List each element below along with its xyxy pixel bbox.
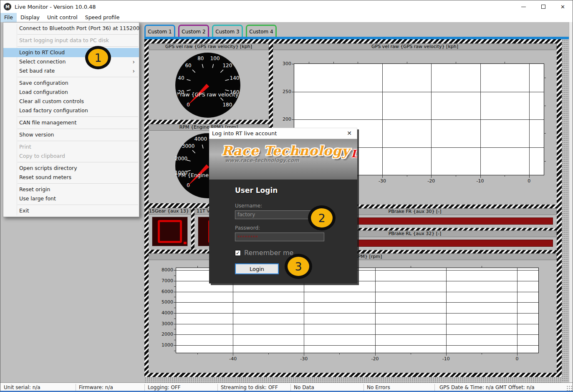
- dialog-close-button[interactable]: ✕: [344, 128, 354, 139]
- gear-display-title: 15Gear {aux 13} [-]: [149, 208, 191, 215]
- step-badge-3: 3: [285, 254, 312, 279]
- file-menu-item-open-scripts-directory[interactable]: Open scripts directory: [3, 164, 139, 173]
- status-divider: [217, 384, 218, 391]
- svg-text:80: 80: [197, 56, 204, 61]
- file-menu-item-reset-sound-meters[interactable]: Reset sound meters: [3, 173, 139, 182]
- svg-text:180: 180: [222, 102, 232, 108]
- file-menu-item-load-factory-configuration[interactable]: Load factory configuration: [3, 106, 139, 115]
- brand-url: www.race-technology.com: [225, 157, 357, 163]
- svg-text:140: 140: [230, 75, 240, 81]
- status-cell-3: Streaming to disk: OFF: [221, 384, 278, 390]
- file-menu-item-login-to-rt-cloud[interactable]: Login to RT Cloud: [3, 48, 139, 57]
- menubar-item-speed-profile[interactable]: Speed profile: [81, 13, 124, 22]
- password-input[interactable]: ********: [235, 233, 324, 241]
- menu-separator: [18, 116, 138, 117]
- menu-separator: [18, 34, 138, 35]
- y-tick-label: 300: [275, 61, 291, 66]
- menubar-item-file[interactable]: File: [0, 13, 17, 22]
- dither-strip-right: [562, 39, 569, 382]
- status-divider: [434, 384, 435, 391]
- resize-grip[interactable]: [567, 386, 573, 392]
- gps-gauge-title: GPS vel raw {GPS raw velocity} [kph]: [149, 43, 269, 50]
- file-menu-item-show-version[interactable]: Show version: [3, 130, 139, 139]
- menu-separator: [18, 46, 138, 47]
- username-label: Username:: [235, 203, 357, 209]
- password-label: Password:: [235, 225, 357, 231]
- status-cell-2: Logging: OFF: [148, 384, 181, 390]
- menu-separator: [18, 77, 138, 77]
- status-divider: [290, 384, 291, 391]
- x-tick-label: -40: [223, 356, 243, 362]
- file-menu-item-reset-origin[interactable]: Reset origin: [3, 185, 139, 194]
- status-cell-1: Firmware: n/a: [79, 384, 113, 390]
- dither-strip-bottom: [144, 377, 562, 382]
- submenu-arrow-icon: ›: [132, 57, 135, 66]
- status-divider: [144, 384, 145, 391]
- menu-separator: [18, 129, 138, 129]
- file-menu-item-clear-all-custom-controls[interactable]: Clear all custom controls: [3, 97, 139, 106]
- x-tick-label: -10: [470, 178, 490, 184]
- minimize-icon: [521, 7, 526, 7]
- y-tick-label: 250: [275, 89, 291, 94]
- file-menu-item-start-logging-input-data-to-pc-disk[interactable]: Start logging input data to PC disk: [3, 36, 139, 45]
- y-tick-label: 5000: [157, 299, 173, 305]
- login-dialog: Log into RT live account ✕ Race Technolo…: [209, 128, 357, 283]
- x-tick-label: -30: [372, 178, 392, 184]
- maximize-button[interactable]: [533, 0, 553, 13]
- file-menu-item-connect-to-bluetooth-port-port-36-at-115200[interactable]: Connect to Bluetooth Port (Port 36) at 1…: [3, 24, 139, 33]
- file-menu-item-print[interactable]: Print: [3, 142, 139, 152]
- status-divider: [76, 384, 76, 391]
- x-tick-label: -20: [421, 178, 441, 184]
- segment-digit-zero: [158, 220, 182, 243]
- svg-text:120: 120: [222, 63, 232, 68]
- svg-text:100: 100: [210, 56, 220, 61]
- menubar-item-display[interactable]: Display: [17, 13, 43, 22]
- y-tick-label: 8000: [157, 267, 173, 273]
- dialog-title-bar[interactable]: Log into RT live account ✕: [209, 128, 357, 139]
- svg-text:2000: 2000: [175, 156, 188, 162]
- dialog-logo-header: Race TechnologyLive www.race-technology.…: [209, 139, 357, 180]
- file-menu-item-use-large-font[interactable]: Use large font: [3, 194, 139, 203]
- status-cell-4: No Data: [294, 384, 314, 390]
- file-menu-item-save-configuration[interactable]: Save configuration: [3, 78, 139, 88]
- menu-separator: [18, 162, 138, 162]
- file-menu-item-copy-to-clipboard[interactable]: Copy to clipboard: [3, 152, 139, 161]
- tab-custom-2[interactable]: Custom 2: [178, 25, 209, 37]
- svg-text:40: 40: [178, 75, 184, 81]
- file-menu-item-select-connection[interactable]: Select connection›: [3, 57, 139, 66]
- menubar-item-unit-control[interactable]: Unit control: [43, 13, 81, 22]
- x-tick-label: -30: [294, 356, 314, 362]
- status-cell-0: Unit serial: n/a: [4, 384, 40, 390]
- gps-gauge-panel: GPS vel raw {GPS raw velocity} [kph] 020…: [149, 43, 269, 120]
- gps-gauge[interactable]: 020406080100120140160180GPS vel raw {GPS…: [149, 50, 269, 120]
- file-menu-item-load-configuration[interactable]: Load configuration: [3, 88, 139, 97]
- close-button[interactable]: ✕: [553, 0, 573, 13]
- file-menu: Connect to Bluetooth Port (Port 36) at 1…: [3, 22, 139, 217]
- status-bar: Unit serial: n/aFirmware: n/aLogging: OF…: [0, 382, 573, 392]
- gps-chart-title: GPS vel raw {GPS raw velocity} [kph]: [273, 43, 557, 50]
- remember-me-checkbox[interactable]: ✓: [235, 250, 241, 256]
- tab-custom-1[interactable]: Custom 1: [144, 25, 175, 37]
- menu-separator: [18, 205, 138, 205]
- close-icon: ✕: [560, 4, 565, 10]
- file-menu-item-set-baud-rate[interactable]: Set baud rate›: [3, 66, 139, 76]
- menu-separator: [18, 183, 138, 184]
- svg-text:3000: 3000: [182, 143, 195, 149]
- login-button[interactable]: Login: [235, 263, 279, 274]
- tab-custom-3[interactable]: Custom 3: [212, 25, 243, 37]
- file-menu-item-can-file-management[interactable]: CAN file management: [3, 118, 139, 127]
- y-tick-label: 7000: [157, 278, 173, 283]
- app-window: M Live Monitor - Version 10.0.48 ✕ FileD…: [0, 0, 573, 392]
- svg-text:60: 60: [185, 63, 191, 68]
- x-tick-label: 0: [519, 178, 539, 184]
- tab-custom-4[interactable]: Custom 4: [246, 25, 277, 37]
- right-scrollbar[interactable]: [569, 22, 573, 382]
- x-tick-label: -20: [365, 356, 385, 362]
- file-menu-item-exit[interactable]: Exit: [3, 206, 139, 215]
- brand-logo: Race Technology: [222, 143, 350, 158]
- y-tick-label: 4000: [157, 310, 173, 316]
- status-cell-7: GMT Offset: n/a: [495, 384, 535, 390]
- y-tick-label: 6000: [157, 289, 173, 294]
- minimize-button[interactable]: [514, 0, 533, 13]
- seven-segment-display: [152, 217, 188, 246]
